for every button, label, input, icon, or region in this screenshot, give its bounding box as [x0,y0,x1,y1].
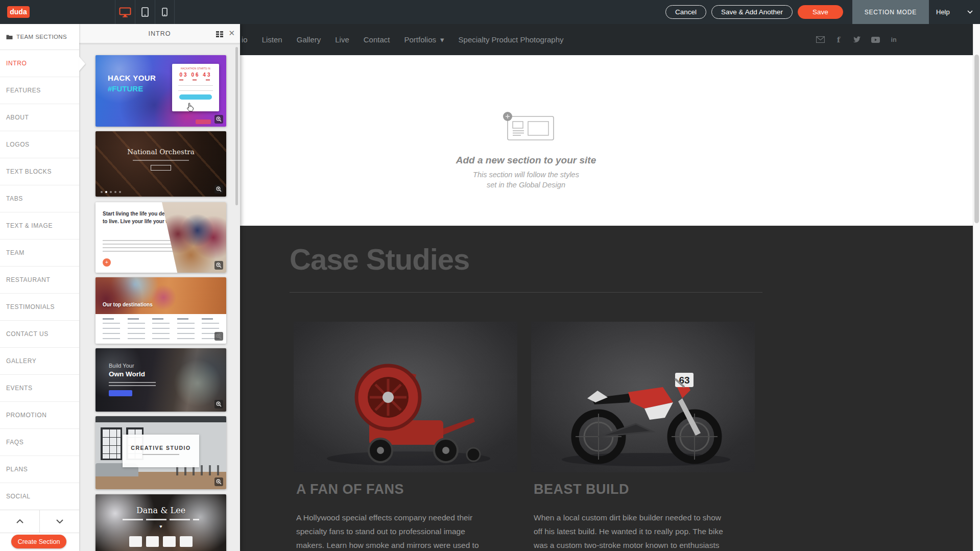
heart-icon: ♥ [95,524,226,529]
thumb-paragraph-art [109,382,156,387]
nav-item-gallery[interactable]: Gallery [297,35,321,44]
thumb-subtitle-art [142,454,179,455]
sidebar-item-logos[interactable]: LOGOS [0,131,79,158]
sidebar-item-restaurant[interactable]: RESTAURANT [0,267,79,294]
close-icon[interactable]: ✕ [228,29,235,38]
thumb-title: Dana & Lee [95,506,226,515]
intro-templates-panel: INTRO ✕ HACK YOUR #FUTURE HACKATHON STAR… [79,24,240,551]
thumb-cta-button [109,390,132,396]
mobile-view-button[interactable] [155,0,175,24]
active-item-pointer [79,57,85,71]
template-thumbnail-hackathon[interactable]: HACK YOUR #FUTURE HACKATHON STARTS IN 03… [95,55,226,127]
folder-icon [6,34,13,40]
sidebar-item-plans[interactable]: PLANS [0,456,79,483]
section-mode-badge: SECTION MODE [852,0,929,24]
countdown-boxes-art [129,536,193,547]
zoom-preview-icon[interactable] [214,115,223,124]
template-thumbnail-lifestyle[interactable]: Start living the life you deserve to liv… [95,202,226,273]
zoom-preview-icon[interactable] [214,261,223,270]
sidebar-item-gallery[interactable]: GALLERY [0,348,79,375]
sidebar-item-events[interactable]: EVENTS [0,375,79,402]
sidebar-item-testimonials[interactable]: TESTIMONIALS [0,294,79,321]
nav-item-clipped[interactable]: io [242,35,248,44]
countdown-digits: 03 06 43 [176,72,215,78]
panel-header: INTRO ✕ [79,24,240,43]
panel-scrollbar-thumb[interactable] [235,47,238,205]
sidebar-item-intro[interactable]: INTRO [0,50,79,77]
thumb-paragraph-art [103,240,178,254]
case-study-title-2: BEAST BUILD [534,482,629,497]
template-thumbnail-orchestra[interactable]: National Orchestra [95,131,226,197]
add-section-icon [501,111,558,143]
zoom-preview-icon[interactable] [214,185,223,194]
case-studies-section: Case Studies [240,226,980,551]
thumb-title: CREATIVE STUDIO [123,445,199,451]
save-button[interactable]: Save [798,5,843,19]
add-section-zone[interactable]: Add a new section to your site This sect… [240,55,980,226]
desktop-view-button[interactable] [115,0,135,24]
youtube-icon[interactable] [871,37,880,43]
help-menu[interactable]: Help [929,8,980,16]
sidebar-item-social[interactable]: SOCIAL [0,483,79,510]
nav-item-listen[interactable]: Listen [262,35,282,44]
sidebar-item-team[interactable]: TEAM [0,239,79,267]
template-thumbnail-dana-lee[interactable]: Dana & Lee ♥ [95,494,226,551]
duda-logo[interactable]: duda [7,6,30,18]
thumb-title-line2: Own World [109,370,145,378]
template-thumbnail-destinations[interactable]: Our top destinations [95,277,226,344]
case-study-body-1: A Hollywood special effects company need… [296,511,500,551]
template-thumbnail-creative-studio[interactable]: CREATIVE STUDIO [95,416,226,489]
zoom-preview-icon[interactable] [214,400,223,409]
add-section-title: Add a new section to your site [424,155,628,166]
sidebar-item-promotion[interactable]: PROMOTION [0,402,79,429]
email-icon[interactable] [816,36,825,43]
zoom-preview-icon[interactable] [214,332,223,341]
thumb-title-line1: Build Your [109,363,134,369]
help-label[interactable]: Help [936,8,950,16]
sidebar-item-text-blocks[interactable]: TEXT BLOCKS [0,158,79,185]
case-studies-heading: Case Studies [290,242,469,276]
tablet-icon [141,7,149,17]
sidebar-item-about[interactable]: ABOUT [0,104,79,131]
facebook-icon[interactable]: f [834,35,843,44]
scroll-down-button[interactable] [40,510,79,533]
nav-item-contact[interactable]: Contact [364,35,390,44]
device-switcher [115,0,175,24]
twitter-icon[interactable] [852,36,862,43]
page-scrollbar[interactable] [973,24,980,551]
nav-item-portfolios[interactable]: Portfolios [404,35,436,44]
divider [290,292,762,293]
plus-icon: + [103,258,111,267]
linkedin-icon[interactable]: in [889,36,898,43]
tablet-view-button[interactable] [135,0,155,24]
chevron-down-icon [967,10,973,14]
page-scrollbar-thumb[interactable] [974,55,979,223]
sections-sidebar: TEAM SECTIONS INTRO FEATURES ABOUT LOGOS… [0,24,79,551]
add-section-subtitle: This section will follow the styles set … [424,170,628,190]
thumb-table-art [103,318,219,343]
site-nav-items: io Listen Gallery Live Contact Portfolio… [242,24,564,55]
save-add-another-button[interactable]: Save & Add Another [711,5,793,19]
case-study-title-1: A FAN OF FANS [296,482,404,497]
chevron-down-icon [56,519,63,523]
case-study-body-2: When a local custom dirt bike builder ne… [534,511,738,551]
template-thumbnail-build-world[interactable]: Build Your Own World [95,348,226,412]
sidebar-item-faqs[interactable]: FAQS [0,429,79,456]
site-preview: io Listen Gallery Live Contact Portfolio… [240,24,980,551]
scroll-up-button[interactable] [0,510,40,533]
layout-toggle-icon[interactable] [216,30,224,39]
nav-item-specialty[interactable]: Specialty Product Photography [459,35,564,44]
sidebar-item-features[interactable]: FEATURES [0,77,79,104]
sidebar-item-text-image[interactable]: TEXT & IMAGE [0,212,79,239]
thumb-subtitle: #FUTURE [108,84,143,93]
nav-item-live[interactable]: Live [335,35,349,44]
thumb-title: National Orchestra [95,148,226,156]
thumb-overlay-card: CREATIVE STUDIO [123,435,199,467]
sidebar-item-contact-us[interactable]: CONTACT US [0,321,79,348]
mouse-cursor [185,102,196,115]
sidebar-item-tabs[interactable]: TABS [0,185,79,212]
cancel-button[interactable]: Cancel [665,5,706,19]
zoom-preview-icon[interactable] [214,477,223,486]
fan-machine-image [294,322,517,472]
create-section-button[interactable]: Create Section [11,535,66,548]
